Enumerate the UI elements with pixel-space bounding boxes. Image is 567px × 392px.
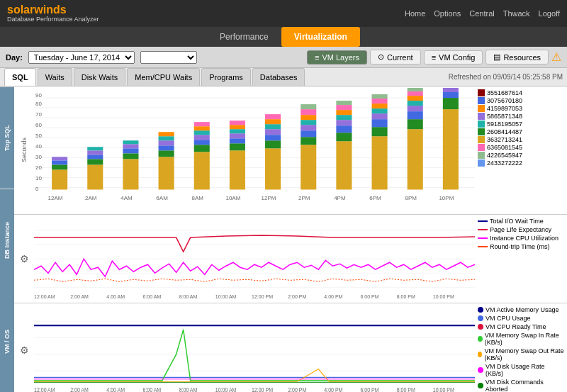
svg-rect-61 <box>301 145 316 189</box>
header-nav: Home Options Central Thwack Logoff <box>405 9 560 18</box>
svg-text:12:00 PM: 12:00 PM <box>252 387 273 392</box>
svg-rect-60 <box>265 114 281 119</box>
svg-text:4:00 PM: 4:00 PM <box>324 294 342 299</box>
svg-rect-68 <box>301 104 316 109</box>
svg-rect-26 <box>87 155 103 159</box>
svg-rect-84 <box>372 94 388 99</box>
db-instance-svg: 12:00 AM 2:00 AM 4:00 AM 6:00 AM 8:00 AM… <box>34 216 475 301</box>
tab-sql[interactable]: SQL <box>4 68 36 86</box>
tab-databases[interactable]: Databases <box>252 68 305 86</box>
svg-rect-76 <box>336 101 352 105</box>
svg-rect-83 <box>372 99 388 103</box>
logo: solarwinds <box>7 4 99 16</box>
svg-rect-54 <box>265 148 281 189</box>
vm-os-chart: ⚙ <box>14 303 567 392</box>
top-nav: Performance Virtualization <box>0 27 567 47</box>
svg-text:30: 30 <box>35 154 42 160</box>
nav-options[interactable]: Options <box>434 9 461 18</box>
nav-home[interactable]: Home <box>405 9 425 18</box>
nav-thwack[interactable]: Thwack <box>503 9 530 18</box>
y-axis-label-sql: Seconds <box>21 138 28 162</box>
svg-rect-39 <box>159 132 174 136</box>
vm-layers-tab[interactable]: ≡VM Layers <box>307 50 367 65</box>
svg-text:2:00 PM: 2:00 PM <box>288 387 306 392</box>
svg-text:2AM: 2AM <box>85 196 97 202</box>
bar-chart-svg: 0 10 20 30 40 50 60 70 80 90 <box>34 88 475 213</box>
svg-rect-59 <box>265 119 281 124</box>
svg-text:40: 40 <box>35 143 42 150</box>
nav-performance[interactable]: Performance <box>207 27 281 47</box>
svg-text:4:00 PM: 4:00 PM <box>324 387 342 392</box>
svg-rect-53 <box>230 121 245 125</box>
svg-rect-51 <box>230 129 245 133</box>
settings-icon: ⚙ <box>20 253 29 264</box>
tab-mem-cpu-waits[interactable]: Mem/CPU Waits <box>127 68 200 86</box>
svg-rect-23 <box>52 157 67 160</box>
svg-text:6:00 AM: 6:00 AM <box>142 294 161 299</box>
svg-text:8:00 PM: 8:00 PM <box>397 387 415 392</box>
db-instance-chart: ⚙ 12:00 AM <box>14 215 567 303</box>
svg-rect-92 <box>408 88 423 91</box>
svg-rect-90 <box>408 96 423 101</box>
svg-rect-34 <box>159 157 174 189</box>
svg-text:12PM: 12PM <box>262 196 276 202</box>
svg-rect-91 <box>408 91 423 96</box>
range-select[interactable] <box>140 51 197 64</box>
svg-rect-52 <box>230 125 245 129</box>
svg-text:60: 60 <box>35 122 42 128</box>
svg-rect-62 <box>301 137 316 145</box>
svg-rect-72 <box>336 120 352 125</box>
svg-rect-38 <box>159 136 174 140</box>
svg-rect-55 <box>265 140 281 148</box>
svg-text:70: 70 <box>35 111 42 118</box>
svg-rect-49 <box>230 138 245 143</box>
svg-rect-93 <box>443 109 459 189</box>
svg-rect-41 <box>194 145 210 152</box>
svg-rect-96 <box>443 88 459 92</box>
nav-virtualization[interactable]: Virtualization <box>281 27 360 47</box>
svg-text:2:00 PM: 2:00 PM <box>288 294 306 299</box>
svg-rect-63 <box>301 130 316 137</box>
svg-rect-87 <box>408 111 423 119</box>
svg-rect-44 <box>194 130 210 135</box>
warn-icon: ⚠ <box>551 50 561 64</box>
svg-rect-33 <box>123 140 138 144</box>
svg-text:50: 50 <box>35 133 42 139</box>
svg-rect-71 <box>336 125 352 133</box>
svg-text:6:00 PM: 6:00 PM <box>360 387 378 392</box>
day-label: Day: <box>6 53 23 62</box>
svg-rect-64 <box>301 125 316 130</box>
resources-tab[interactable]: ▤Resources <box>485 50 549 65</box>
svg-text:4PM: 4PM <box>334 196 346 202</box>
svg-rect-94 <box>443 98 459 109</box>
svg-rect-25 <box>87 159 103 164</box>
svg-rect-78 <box>372 127 388 136</box>
current-tab[interactable]: ⊙Current <box>370 50 421 65</box>
svg-rect-50 <box>230 133 245 138</box>
svg-rect-29 <box>123 159 138 189</box>
svg-text:4:00 AM: 4:00 AM <box>106 294 125 299</box>
tab-waits[interactable]: Waits <box>38 68 72 86</box>
svg-rect-77 <box>372 136 388 189</box>
vm-config-tab[interactable]: ≡VM Config <box>424 50 483 65</box>
svg-text:2:00 AM: 2:00 AM <box>70 387 89 392</box>
svg-rect-21 <box>52 164 67 169</box>
tab-disk-waits[interactable]: Disk Waits <box>74 68 126 86</box>
svg-text:80: 80 <box>35 101 42 107</box>
svg-text:8AM: 8AM <box>191 196 203 202</box>
svg-rect-79 <box>372 119 388 127</box>
svg-text:6:00 PM: 6:00 PM <box>360 294 378 299</box>
svg-text:12:00 AM: 12:00 AM <box>34 387 55 392</box>
nav-logoff[interactable]: Logoff <box>539 9 560 18</box>
svg-text:0: 0 <box>35 186 39 192</box>
settings-icon-2: ⚙ <box>20 345 29 356</box>
svg-text:8PM: 8PM <box>405 196 417 202</box>
nav-central[interactable]: Central <box>469 9 494 18</box>
db-instance-legend: Total I/O Wait Time Page Life Expectancy… <box>475 216 567 301</box>
tab-programs[interactable]: Programs <box>201 68 251 86</box>
top-sql-label: Top SQL <box>0 86 14 189</box>
svg-text:6:00 AM: 6:00 AM <box>142 387 161 392</box>
svg-rect-40 <box>194 152 210 189</box>
day-select[interactable]: Tuesday - June 17, 2014 <box>28 51 135 64</box>
svg-text:10:00 PM: 10:00 PM <box>433 387 454 392</box>
